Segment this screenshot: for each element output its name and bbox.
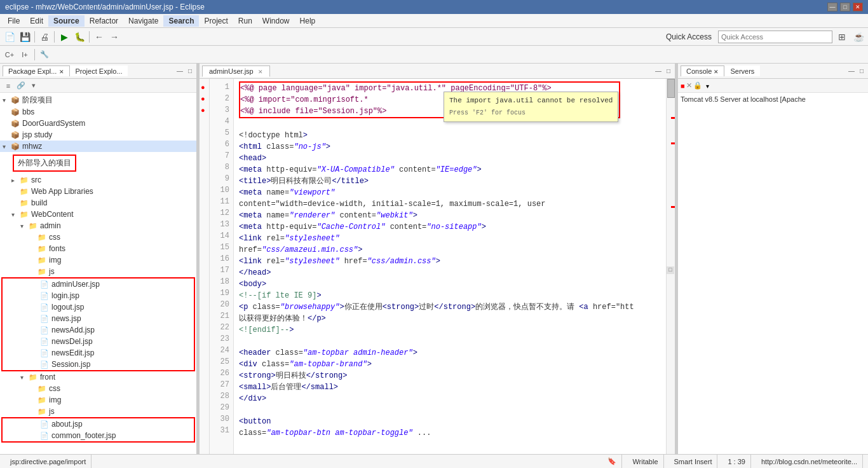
editor-tab-bar: adminUser.jsp ✕ — □ [200,64,675,79]
open-console-btn[interactable]: ▾ [706,83,709,90]
tree-item-Session.jsp[interactable]: 📄Session.jsp [3,359,194,370]
console-toolbar-right: ▾ [706,81,709,90]
project-explorer-tab[interactable]: Project Explo... [70,65,128,76]
tree-toggle[interactable]: ▸ [11,177,19,184]
console-close[interactable]: ✕ [714,69,719,75]
tree-item-admin[interactable]: ▾📁admin [0,220,196,231]
tree-item-js[interactable]: 📁js [0,406,196,417]
tree-item-Web_App_Libraries[interactable]: 📁Web App Libraries [0,186,196,197]
clear-console-btn[interactable]: ✕ [686,81,692,90]
collapse-all-btn[interactable]: ≡ [3,80,14,92]
tree-item-jsp_study[interactable]: 📦jsp study [0,129,196,141]
servers-tab[interactable]: Servers [724,65,760,76]
tree-item-about.jsp[interactable]: 📄about.jsp [3,418,194,430]
tree-item-bbs[interactable]: 📦bbs [0,106,196,118]
maximize-button[interactable]: □ [840,3,850,11]
menu-edit[interactable]: Edit [25,15,48,27]
tree-toggle[interactable]: ▾ [20,223,28,230]
tree-toggle[interactable]: ▾ [20,374,28,381]
view-menu-btn[interactable]: ▾ [28,80,39,92]
editor-minimize-btn[interactable]: — [653,67,663,75]
menu-project[interactable]: Project [199,15,233,27]
menu-source[interactable]: Source [48,15,85,27]
menu-run[interactable]: Run [233,15,257,27]
tree-item-label: newsDel.jsp [51,337,93,346]
tree-item-label: css [49,233,60,242]
tree-item-logout.jsp[interactable]: 📄logout.jsp [3,301,194,313]
tree-item-阶段项目[interactable]: ▾📦阶段项目 [0,94,196,106]
tree-toggle[interactable]: ▾ [11,211,19,218]
quick-access-input[interactable] [718,31,832,43]
save-button[interactable]: 💾 [18,30,32,44]
tree-item-news.jsp[interactable]: 📄news.jsp [3,313,194,324]
tree-item-newsAdd.jsp[interactable]: 📄newsAdd.jsp [3,324,194,336]
console-minimize-btn[interactable]: — [846,67,857,75]
tree-icon-project: 📦 [10,107,20,117]
editor-tab-close[interactable]: ✕ [258,69,263,75]
terminate-btn[interactable]: ■ [681,82,685,90]
code-line-30: <button [239,416,661,427]
tree-item-adminUser.jsp[interactable]: 📄adminUser.jsp [3,279,194,290]
menu-file[interactable]: File [3,15,25,27]
code-area[interactable]: <%@ page language="java" import="java.ut… [234,79,666,454]
organize-imports[interactable]: 🔧 [37,48,51,62]
console-tab[interactable]: Console ✕ [681,65,724,76]
editor-scrollbar[interactable]: □ [666,79,675,454]
tree-item-front[interactable]: ▾📁front [0,371,196,383]
package-explorer-close[interactable]: ✕ [59,69,64,75]
link-editor-btn[interactable]: 🔗 [15,80,27,92]
tree-item-js[interactable]: 📁js [0,266,196,277]
tree-item-css[interactable]: 📁css [0,383,196,394]
forward-button[interactable]: → [107,30,121,44]
new-button[interactable]: 📄 [3,30,17,44]
code-line-22: <![endif]--> [239,324,661,336]
tree-item-fonts[interactable]: 📁fonts [0,243,196,254]
console-maximize-btn[interactable]: □ [858,67,865,75]
tree-item-img[interactable]: 📁img [0,394,196,406]
tree-item-label: build [31,198,47,207]
tree-item-newsEdit.jsp[interactable]: 📄newsEdit.jsp [3,347,194,359]
menu-refactor[interactable]: Refactor [85,15,123,27]
tree-item-label: WebContent [31,210,74,219]
java-perspective[interactable]: ☕ [851,30,865,44]
scroll-lock-btn[interactable]: 🔒 [693,81,702,90]
menu-help[interactable]: Help [295,15,321,27]
tree-item-login.jsp[interactable]: 📄login.jsp [3,290,194,301]
menu-search[interactable]: Search [163,15,199,27]
print-button[interactable]: 🖨 [37,30,51,44]
scroll-error-mark-2 [671,142,675,144]
package-explorer-tab[interactable]: Package Expl... ✕ [3,65,70,76]
tree-item-mhwz[interactable]: ▾📦mhwz [0,141,196,152]
tree-item-common_footer.jsp[interactable]: 📄common_footer.jsp [3,430,194,441]
run-button[interactable]: ▶ [57,30,71,44]
annotation-label: 外部导入的项目 [13,155,76,172]
editor-maximize-btn[interactable]: □ [665,67,672,75]
tree-item-label: login.jsp [51,291,79,300]
new-class-button[interactable]: C+ [3,48,17,62]
tree-toggle[interactable]: ▾ [3,97,10,104]
menu-window[interactable]: Window [257,15,295,27]
tree-item-img[interactable]: 📁img [0,254,196,266]
minimize-button[interactable]: — [827,3,837,11]
tree-item-build[interactable]: 📁build [0,197,196,209]
tree-item-src[interactable]: ▸📁src [0,174,196,186]
back-button[interactable]: ← [92,30,106,44]
status-bar: jsp:directive.page/import 🔖 Writable Sma… [0,454,868,468]
debug-button[interactable]: 🐛 [72,30,86,44]
menu-navigate[interactable]: Navigate [123,15,163,27]
tree-item-DoorGuardSystem[interactable]: 📦DoorGuardSystem [0,118,196,129]
minimize-panel-btn[interactable]: — [175,67,185,75]
tree-item-css[interactable]: 📁css [0,231,196,243]
maximize-panel-btn[interactable]: □ [186,67,194,75]
editor-tab-adminuser[interactable]: adminUser.jsp ✕ [202,65,270,77]
scrollbar-thumb[interactable] [667,79,675,98]
tree-toggle[interactable]: ▾ [3,143,10,150]
close-button[interactable]: ✕ [853,3,863,11]
gutter-error-3: ● [201,104,205,116]
tree-item-newsDel.jsp[interactable]: 📄newsDel.jsp [3,336,194,347]
new-interface-button[interactable]: I+ [18,48,32,62]
tree-item-WebContent[interactable]: ▾📁WebContent [0,209,196,220]
code-line-18: <body> [239,279,661,290]
perspectives-button[interactable]: ⊞ [835,30,849,44]
code-line-21: 以获得更好的体验！</p> [239,313,661,324]
